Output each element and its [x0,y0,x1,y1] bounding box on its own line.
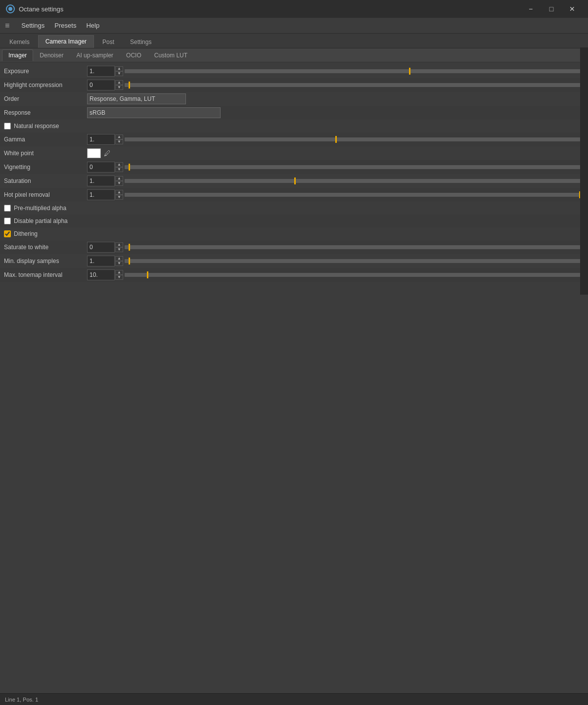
top-tab-bar: Kernels Camera Imager Post Settings [0,34,588,48]
max-tonemap-spinner: ▲ ▼ [115,270,123,280]
maximize-button[interactable]: □ [542,2,561,16]
gamma-row: Gamma ▲ ▼ [0,132,588,146]
gamma-input[interactable] [87,134,115,145]
dithering-checkbox[interactable] [4,230,11,237]
gamma-spin-up[interactable]: ▲ [115,134,123,139]
gamma-spin-down[interactable]: ▼ [115,139,123,144]
highlight-compression-label: Highlight compression [4,82,87,88]
white-point-row: White point 🖊 [0,146,588,160]
subtab-custom-lut[interactable]: Custom LUT [148,49,194,61]
subtab-denoiser[interactable]: Denoiser [33,49,70,61]
saturation-spin-down[interactable]: ▼ [115,181,123,186]
max-tonemap-spin-down[interactable]: ▼ [115,275,123,280]
subtab-ai-upsampler[interactable]: AI up-sampler [70,49,120,61]
saturation-input-group: ▲ ▼ [87,176,122,186]
hot-pixel-removal-label: Hot pixel removal [4,191,87,198]
saturate-to-white-slider[interactable] [125,245,584,249]
saturation-spin-up[interactable]: ▲ [115,176,123,181]
exposure-spin-down[interactable]: ▼ [115,71,123,76]
natural-response-checkbox[interactable] [4,123,11,130]
saturate-to-white-spin-up[interactable]: ▲ [115,242,123,247]
hot-pixel-slider[interactable] [125,193,584,197]
highlight-slider[interactable] [125,83,584,87]
exposure-input-group: ▲ ▼ [87,66,122,77]
saturation-slider[interactable] [125,179,584,183]
vignetting-spin-down[interactable]: ▼ [115,167,123,172]
subtab-imager[interactable]: Imager [2,49,33,61]
min-display-samples-input[interactable] [87,256,115,266]
pre-multiplied-alpha-checkbox[interactable] [4,205,11,212]
pre-multiplied-alpha-label: Pre-multiplied alpha [14,205,66,212]
gamma-slider[interactable] [125,137,584,141]
saturate-to-white-input[interactable] [87,242,115,253]
gamma-thumb [335,136,337,143]
gamma-label: Gamma [4,136,87,143]
tab-settings[interactable]: Settings [123,36,159,48]
saturation-input[interactable] [87,176,115,186]
natural-response-row: Natural response [0,120,588,132]
vignetting-input-group: ▲ ▼ [87,162,122,173]
exposure-label: Exposure [4,68,87,75]
tab-camera-imager[interactable]: Camera Imager [38,35,94,48]
exposure-row: Exposure ▲ ▼ [0,64,588,78]
hamburger-icon[interactable]: ≡ [2,19,12,32]
hot-pixel-input-group: ▲ ▼ [87,189,122,200]
vignetting-input[interactable] [87,162,115,173]
dithering-row: Dithering [0,227,588,240]
highlight-spin-up[interactable]: ▲ [115,80,123,85]
vignetting-slider[interactable] [125,165,584,169]
disable-partial-alpha-checkbox[interactable] [4,218,11,224]
hot-pixel-spin-up[interactable]: ▲ [115,190,123,195]
saturation-spinner: ▲ ▼ [115,176,123,186]
min-display-spin-up[interactable]: ▲ [115,256,123,261]
menu-settings[interactable]: Settings [16,20,49,31]
menu-help[interactable]: Help [81,20,104,31]
exposure-slider[interactable] [125,69,584,73]
highlight-spin-down[interactable]: ▼ [115,85,123,90]
content-area: Exposure ▲ ▼ Highlight compression ▲ ▼ O… [0,62,588,284]
menu-bar: ≡ Settings Presets Help [0,18,588,34]
vignetting-thumb [129,164,130,171]
saturate-to-white-spin-down[interactable]: ▼ [115,247,123,252]
max-tonemap-interval-label: Max. tonemap interval [4,271,87,278]
order-dropdown[interactable]: Response, Gamma, LUT Gamma, Response, LU… [87,93,186,104]
hot-pixel-spinner: ▲ ▼ [115,190,123,200]
saturate-to-white-input-group: ▲ ▼ [87,242,122,253]
tab-kernels[interactable]: Kernels [2,36,37,48]
max-tonemap-spin-up[interactable]: ▲ [115,270,123,275]
highlight-compression-input[interactable] [87,80,115,90]
order-dropdown-wrapper: Response, Gamma, LUT Gamma, Response, LU… [87,93,584,104]
max-tonemap-slider[interactable] [125,273,584,277]
eyedropper-icon[interactable]: 🖊 [104,149,111,157]
gamma-input-group: ▲ ▼ [87,134,122,145]
status-bar: Line 1, Pos. 1 [0,693,588,705]
min-display-spin-down[interactable]: ▼ [115,261,123,266]
white-point-swatch[interactable] [87,148,101,158]
response-dropdown[interactable]: sRGB Linear ACES Filmic [87,107,221,118]
min-display-samples-spinner: ▲ ▼ [115,256,123,266]
exposure-thumb [409,68,410,75]
min-display-samples-slider[interactable] [125,259,584,263]
hot-pixel-removal-input[interactable] [87,189,115,200]
min-display-samples-row: Min. display samples ▲ ▼ [0,254,588,268]
max-tonemap-interval-input[interactable] [87,269,115,280]
vignetting-row: Vignetting ▲ ▼ [0,160,588,174]
svg-point-1 [8,7,12,11]
close-button[interactable]: ✕ [562,2,582,16]
response-label: Response [4,109,87,116]
exposure-spin-up[interactable]: ▲ [115,66,123,71]
subtab-ocio[interactable]: OCIO [120,49,148,61]
tab-post[interactable]: Post [95,36,122,48]
menu-presets[interactable]: Presets [49,20,81,31]
saturate-to-white-spinner: ▲ ▼ [115,242,123,252]
exposure-input[interactable] [87,66,115,77]
status-text: Line 1, Pos. 1 [5,697,38,703]
hot-pixel-removal-row: Hot pixel removal ▲ ▼ [0,188,588,202]
hot-pixel-spin-down[interactable]: ▼ [115,195,123,200]
order-label: Order [4,95,87,102]
minimize-button[interactable]: − [521,2,541,16]
saturate-to-white-label: Saturate to white [4,244,87,251]
vignetting-spin-up[interactable]: ▲ [115,162,123,167]
vignetting-label: Vignetting [4,164,87,171]
natural-response-label: Natural response [14,123,59,130]
